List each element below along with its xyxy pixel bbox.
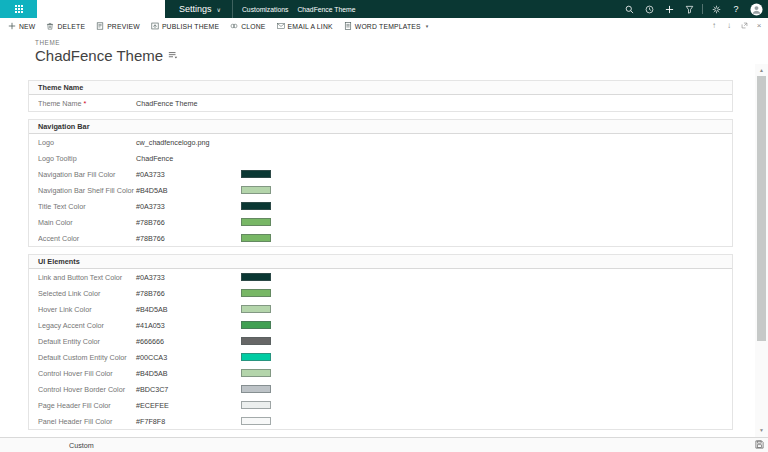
field-row-theme-name: Theme Name *ChadFence Theme [29, 95, 732, 111]
color-swatch[interactable] [241, 385, 271, 393]
topbar-icons: ? [619, 0, 768, 18]
topbar-divider [232, 0, 233, 18]
gear-icon [712, 5, 721, 14]
previous-record-button[interactable]: ↑ [709, 19, 719, 31]
delete-button[interactable]: DELETE [46, 22, 85, 30]
field-value[interactable]: #78B766 [136, 234, 241, 243]
search-icon [625, 5, 634, 14]
color-swatch[interactable] [241, 401, 271, 409]
field-row-main-color: Main Color#78B766 [29, 214, 732, 230]
field-value[interactable]: ChadFence [136, 154, 241, 163]
field-row-accent-color: Accent Color#78B766 [29, 230, 732, 246]
field-label: Link and Button Text Color [38, 273, 136, 282]
color-swatch[interactable] [241, 186, 271, 194]
email-a-link-button[interactable]: EMAIL A LINK [277, 22, 333, 30]
form-selector-button[interactable] [168, 51, 178, 60]
new-label: NEW [19, 23, 35, 30]
save-button[interactable] [755, 440, 764, 449]
field-label: Navigation Bar Fill Color [38, 170, 136, 179]
field-value[interactable]: #F7F8F8 [136, 417, 241, 426]
field-value[interactable]: cw_chadfencelogo.png [136, 138, 241, 147]
vertical-scrollbar[interactable]: ▲ ▼ [755, 64, 768, 437]
section-title: Theme Name [38, 83, 83, 92]
color-swatch[interactable] [241, 202, 271, 210]
popout-button[interactable] [739, 19, 749, 31]
new-button[interactable]: NEW [8, 22, 35, 30]
field-row-default-entity-color: Default Entity Color#666666 [29, 333, 732, 349]
scroll-down-arrow-icon[interactable]: ▼ [755, 424, 768, 435]
command-bar: NEWDELETEPREVIEWPUBLISH THEMECLONEEMAIL … [0, 18, 768, 34]
color-swatch[interactable] [241, 321, 271, 329]
field-value[interactable]: #ECEFEE [136, 401, 241, 410]
form-name-status: Custom [69, 441, 94, 450]
entity-type-label: THEME [35, 39, 178, 46]
delete-label: DELETE [57, 23, 85, 30]
scroll-up-arrow-icon[interactable]: ▲ [755, 64, 768, 75]
breadcrumb: CustomizationsChadFence Theme [242, 6, 356, 13]
field-value[interactable]: #78B766 [136, 289, 241, 298]
field-value[interactable]: #B4D5AB [136, 186, 241, 195]
color-swatch[interactable] [241, 289, 271, 297]
topbar-dark-strip: Settings ∨ CustomizationsChadFence Theme… [165, 0, 768, 18]
color-swatch[interactable] [241, 170, 271, 178]
publish-theme-button[interactable]: PUBLISH THEME [151, 22, 219, 30]
field-label: Theme Name * [38, 99, 136, 108]
field-value[interactable]: #B4D5AB [136, 369, 241, 378]
app-launcher-button[interactable] [0, 0, 37, 18]
close-button[interactable]: × [754, 19, 764, 31]
color-swatch[interactable] [241, 417, 271, 425]
avatar-button[interactable] [746, 0, 766, 18]
word-templates-button[interactable]: WORD TEMPLATES▾ [344, 22, 429, 30]
field-label: Hover Link Color [38, 305, 136, 314]
field-value[interactable]: #78B766 [136, 218, 241, 227]
add-button[interactable] [659, 0, 679, 18]
next-record-button[interactable]: ↓ [724, 19, 734, 31]
field-row-navigation-bar-fill-color: Navigation Bar Fill Color#0A3733 [29, 166, 732, 182]
help-icon: ? [733, 4, 738, 14]
search-button[interactable] [619, 0, 639, 18]
color-swatch[interactable] [241, 273, 271, 281]
color-swatch[interactable] [241, 337, 271, 345]
word-templates-label: WORD TEMPLATES [355, 23, 421, 30]
color-swatch[interactable] [241, 305, 271, 313]
field-label: Default Custom Entity Color [38, 353, 136, 362]
field-value[interactable]: #0A3733 [136, 170, 241, 179]
field-row-selected-link-color: Selected Link Color#78B766 [29, 285, 732, 301]
field-value[interactable]: #00CCA3 [136, 353, 241, 362]
field-label: Title Text Color [38, 202, 136, 211]
field-label: Logo [38, 138, 136, 147]
section-title: Navigation Bar [38, 122, 90, 131]
save-icon [755, 440, 764, 449]
field-label: Main Color [38, 218, 136, 227]
field-value[interactable]: #BDC3C7 [136, 385, 241, 394]
popout-icon [741, 22, 748, 29]
field-value[interactable]: #41A053 [136, 321, 241, 330]
preview-button[interactable]: PREVIEW [96, 22, 140, 30]
filter-button[interactable] [679, 0, 699, 18]
color-swatch[interactable] [241, 353, 271, 361]
add-icon [665, 5, 674, 14]
field-value[interactable]: #0A3733 [136, 273, 241, 282]
scrollbar-thumb[interactable] [757, 76, 766, 341]
record-title-text: ChadFence Theme [35, 47, 163, 64]
field-value[interactable]: #666666 [136, 337, 241, 346]
section-ui-elements: UI ElementsLink and Button Text Color#0A… [28, 254, 733, 430]
color-swatch[interactable] [241, 234, 271, 242]
recent-button[interactable] [639, 0, 659, 18]
chevron-down-icon: ▾ [426, 23, 429, 29]
color-swatch[interactable] [241, 218, 271, 226]
field-value[interactable]: ChadFence Theme [136, 99, 241, 108]
breadcrumb-item-chadfence-theme[interactable]: ChadFence Theme [297, 6, 355, 13]
field-value[interactable]: #B4D5AB [136, 305, 241, 314]
settings-menu-label: Settings [179, 4, 212, 14]
breadcrumb-item-customizations[interactable]: Customizations [242, 6, 288, 13]
color-swatch[interactable] [241, 369, 271, 377]
recent-icon [645, 5, 654, 14]
gear-button[interactable] [706, 0, 726, 18]
clone-button[interactable]: CLONE [230, 22, 265, 30]
settings-menu[interactable]: Settings ∨ [165, 0, 232, 18]
plus-icon [8, 22, 16, 30]
page-title: ChadFence Theme [35, 47, 178, 64]
field-value[interactable]: #0A3733 [136, 202, 241, 211]
help-button[interactable]: ? [726, 0, 746, 18]
